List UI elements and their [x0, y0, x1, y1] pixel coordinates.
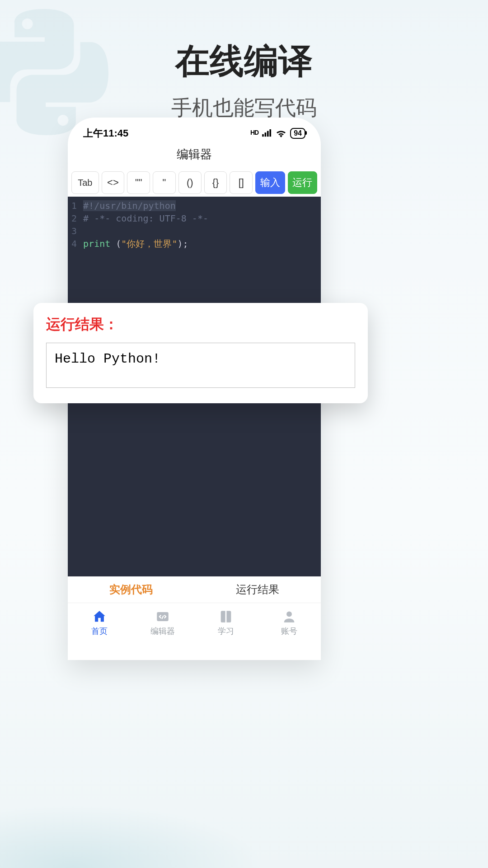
nav-editor[interactable]: 编辑器	[131, 603, 194, 642]
parentheses-button[interactable]: ()	[178, 171, 202, 194]
battery-level: 94	[290, 128, 305, 139]
tab-key-button[interactable]: Tab	[71, 171, 99, 194]
code-icon	[155, 609, 170, 624]
svg-rect-1	[265, 132, 267, 137]
code-open-paren: (	[110, 238, 121, 249]
signal-icon	[262, 129, 272, 137]
input-button[interactable]: 输入	[255, 171, 285, 194]
nav-editor-label: 编辑器	[150, 626, 175, 637]
nav-learn[interactable]: 学习	[194, 603, 258, 642]
result-tabs: 实例代码 运行结果	[68, 576, 321, 603]
nav-home[interactable]: 首页	[68, 603, 131, 642]
code-encoding-comment: # -*- coding: UTF-8 -*-	[83, 213, 208, 224]
svg-rect-3	[270, 129, 272, 137]
home-icon	[92, 609, 107, 624]
signal-hd-icon: HD	[250, 129, 258, 136]
tab-run-result[interactable]: 运行结果	[194, 576, 321, 603]
output-title: 运行结果：	[46, 315, 355, 335]
wifi-icon	[276, 129, 286, 137]
nav-learn-label: 学习	[218, 626, 234, 637]
status-right: HD 94	[250, 128, 305, 139]
nav-account[interactable]: 账号	[258, 603, 321, 642]
nav-account-label: 账号	[281, 626, 297, 637]
single-quote-button[interactable]: "	[153, 171, 176, 194]
nav-home-label: 首页	[91, 626, 108, 637]
run-button[interactable]: 运行	[288, 171, 317, 194]
line-number: 1	[71, 199, 77, 212]
braces-button[interactable]: {}	[204, 171, 227, 194]
bottom-nav: 首页 编辑器 学习 账号	[68, 603, 321, 642]
code-shebang: #!/usr/bin/python	[83, 200, 176, 211]
cloud-decoration	[0, 741, 488, 868]
output-panel: 运行结果： Hello Python!	[33, 303, 368, 403]
person-icon	[282, 609, 297, 624]
hero-title: 在线编译	[0, 0, 488, 85]
app-title: 编辑器	[68, 144, 321, 169]
tab-example-code[interactable]: 实例代码	[68, 576, 194, 603]
status-bar: 上午11:45 HD 94	[68, 118, 321, 144]
line-number: 3	[71, 225, 77, 237]
code-string-literal: "你好，世界"	[121, 238, 177, 249]
svg-point-5	[286, 611, 292, 617]
line-number: 2	[71, 212, 77, 225]
editor-toolbar: Tab <> "" " () {} [] 输入 运行	[68, 169, 321, 197]
book-icon	[218, 609, 234, 624]
angle-brackets-button[interactable]: <>	[102, 171, 125, 194]
brackets-button[interactable]: []	[230, 171, 253, 194]
svg-rect-2	[267, 131, 269, 137]
line-number: 4	[71, 237, 77, 250]
code-close-paren: );	[177, 238, 188, 249]
output-text: Hello Python!	[46, 343, 355, 388]
status-time: 上午11:45	[83, 127, 128, 140]
code-func-print: print	[83, 238, 110, 249]
double-quote-button[interactable]: ""	[127, 171, 150, 194]
svg-rect-0	[262, 134, 264, 137]
